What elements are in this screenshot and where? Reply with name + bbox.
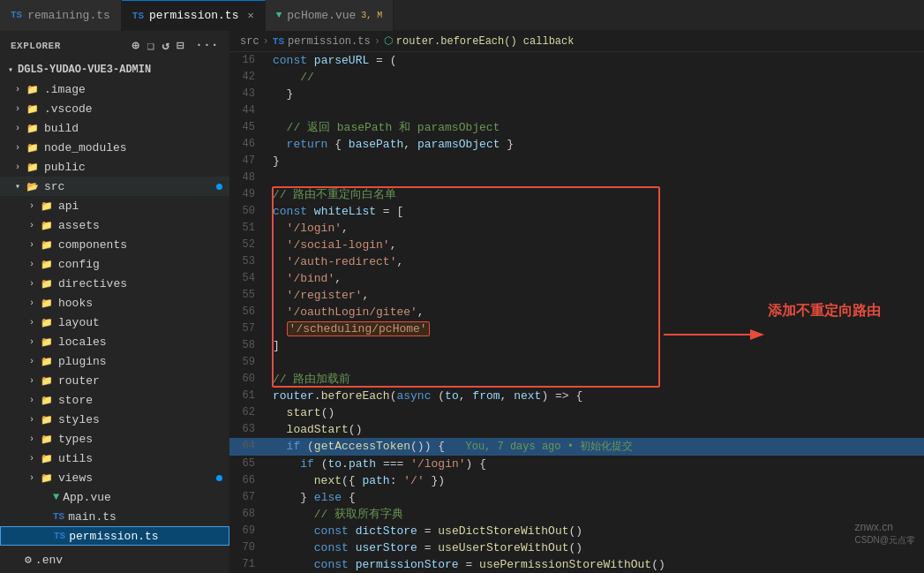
sidebar-item-assets[interactable]: 📁 assets: [0, 215, 229, 235]
tab-pchome-modified: 3, M: [361, 11, 382, 20]
code-line-70: 70 const userStore = useUserStoreWithOut…: [229, 539, 924, 556]
sidebar-root[interactable]: DGLS-YUDAO-VUE3-ADMIN: [0, 60, 229, 79]
code-line-51: 51 '/login',: [229, 220, 924, 237]
new-file-icon[interactable]: ⊕: [132, 38, 140, 53]
tab-remaining[interactable]: TS remaining.ts: [0, 0, 122, 31]
build-label: build: [44, 122, 79, 135]
tab-pchome[interactable]: ▼ pcHome.vue 3, M: [266, 0, 394, 31]
vscode-label: .vscode: [44, 102, 93, 116]
code-line-58: 58 ]: [229, 337, 924, 354]
folder-icon: 📁: [25, 162, 41, 173]
breadcrumb-func: router.beforeEach() callback: [396, 35, 575, 48]
sidebar-item-api[interactable]: 📁 api: [0, 196, 229, 215]
src-dot: [216, 184, 222, 190]
permissionts-label: permission.ts: [69, 530, 158, 543]
code-line-42: 42 //: [229, 69, 924, 86]
sidebar-header: EXPLORER ⊕ ❏ ↺ ⊟ ···: [0, 31, 229, 60]
router-arrow: [25, 376, 39, 386]
collapse-icon[interactable]: ⊟: [177, 38, 184, 53]
sidebar-item-locales[interactable]: 📁 locales: [0, 332, 229, 351]
config-arrow: [25, 260, 39, 269]
main-layout: EXPLORER ⊕ ❏ ↺ ⊟ ··· DGLS-YUDAO-VUE3-ADM…: [0, 31, 924, 573]
image-arrow: [11, 85, 25, 94]
sidebar-item-permissionts[interactable]: TS permission.ts: [0, 526, 229, 546]
plugins-arrow: [25, 357, 39, 366]
sidebar-item-src[interactable]: 📂 src: [0, 177, 229, 196]
breadcrumb-sep2: ›: [374, 35, 380, 48]
sidebar-item-config[interactable]: 📁 config: [0, 254, 229, 274]
code-line-59: 59: [229, 354, 924, 371]
folder-icon: 📁: [39, 434, 55, 445]
folder-icon: 📁: [25, 142, 41, 154]
code-line-65: 65 if (to.path === '/login') {: [229, 456, 924, 472]
utils-label: utils: [58, 452, 93, 465]
code-line-53: 53 '/auth-redirect',: [229, 253, 924, 270]
types-label: types: [58, 433, 93, 446]
code-line-67: 67 } else {: [229, 489, 924, 506]
sidebar-item-styles[interactable]: 📁 styles: [0, 410, 229, 429]
locales-label: locales: [58, 336, 107, 349]
vue-icon-pchome: ▼: [276, 10, 282, 20]
sidebar-header-icons: ⊕ ❏ ↺ ⊟ ···: [132, 38, 219, 53]
code-editor[interactable]: 16 const parseURL = ( 42 // 43 } 44 45 /…: [229, 52, 924, 573]
folder-icon: 📁: [39, 259, 55, 270]
build-arrow: [11, 124, 25, 133]
breadcrumb: src › TS permission.ts › ⬡ router.before…: [229, 31, 924, 52]
sidebar-item-store[interactable]: 📁 store: [0, 390, 229, 410]
router-label: router: [58, 374, 100, 388]
sidebar-item-vscode[interactable]: 📁 .vscode: [0, 99, 229, 118]
sidebar-item-hooks[interactable]: 📁 hooks: [0, 293, 229, 313]
views-arrow: [25, 473, 39, 483]
sidebar-item-plugins[interactable]: 📁 plugins: [0, 351, 229, 371]
code-line-64: 64 if (getAccessToken()) { You, 7 days a…: [229, 438, 924, 456]
src-arrow: [11, 181, 25, 192]
code-line-66: 66 next({ path: '/' }): [229, 472, 924, 489]
explorer-title: EXPLORER: [11, 41, 61, 51]
image-label: .image: [44, 83, 86, 96]
breadcrumb-sep1: ›: [263, 35, 269, 48]
sidebar-item-build[interactable]: 📁 build: [0, 118, 229, 138]
vue-file-icon: ▼: [53, 491, 59, 503]
root-label: DGLS-YUDAO-VUE3-ADMIN: [18, 64, 151, 76]
ts-file-icon: TS: [53, 511, 64, 522]
folder-icon: 📁: [39, 472, 55, 484]
sidebar-item-public[interactable]: 📁 public: [0, 157, 229, 177]
sidebar-item-components[interactable]: 📁 components: [0, 235, 229, 254]
code-line-47: 47 }: [229, 153, 924, 170]
sidebar-item-utils[interactable]: 📁 utils: [0, 449, 229, 468]
code-line-46: 46 return { basePath, paramsObject }: [229, 136, 924, 153]
sidebar-item-appvue[interactable]: ▼ App.vue: [0, 487, 229, 507]
sidebar-item-maints[interactable]: TS main.ts: [0, 507, 229, 526]
sidebar-item-views[interactable]: 📁 views: [0, 468, 229, 487]
more-icon[interactable]: ···: [195, 38, 219, 53]
code-line-55: 55 '/register',: [229, 287, 924, 304]
sidebar-item-layout[interactable]: 📁 layout: [0, 313, 229, 332]
assets-arrow: [25, 221, 39, 230]
components-label: components: [58, 238, 127, 252]
code-line-45: 45 // 返回 basePath 和 paramsObject: [229, 119, 924, 136]
editor-area: src › TS permission.ts › ⬡ router.before…: [229, 31, 924, 573]
new-folder-icon[interactable]: ❏: [146, 38, 154, 53]
breadcrumb-src: src: [240, 35, 259, 48]
sidebar-item-router[interactable]: 📁 router: [0, 371, 229, 390]
sidebar-item-node_modules[interactable]: 📁 node_modules: [0, 138, 229, 157]
folder-icon: 📁: [39, 298, 55, 309]
folder-open-icon: 📂: [25, 181, 41, 192]
layout-label: layout: [58, 316, 100, 329]
breadcrumb-file: permission.ts: [288, 35, 371, 48]
folder-icon: 📁: [39, 375, 55, 387]
sidebar-item-directives[interactable]: 📁 directives: [0, 274, 229, 293]
code-line-69: 69 const dictStore = useDictStoreWithOut…: [229, 523, 924, 539]
sidebar-item-env[interactable]: ⚙ .env: [7, 550, 222, 569]
refresh-icon[interactable]: ↺: [162, 38, 169, 53]
code-line-61: 61 router.beforeEach(async (to, from, ne…: [229, 388, 924, 404]
sidebar-tree: DGLS-YUDAO-VUE3-ADMIN 📁 .image 📁 .vscode…: [0, 60, 229, 547]
styles-arrow: [25, 415, 39, 425]
sidebar-item-types[interactable]: 📁 types: [0, 429, 229, 449]
folder-icon: 📁: [39, 278, 55, 290]
folder-icon: 📁: [39, 414, 55, 426]
tab-permission[interactable]: TS permission.ts ✕: [122, 0, 266, 31]
sidebar-item-image[interactable]: 📁 .image: [0, 79, 229, 99]
tab-close-button[interactable]: ✕: [247, 9, 253, 22]
code-line-56: 56 '/oauthLogin/gitee',: [229, 304, 924, 320]
